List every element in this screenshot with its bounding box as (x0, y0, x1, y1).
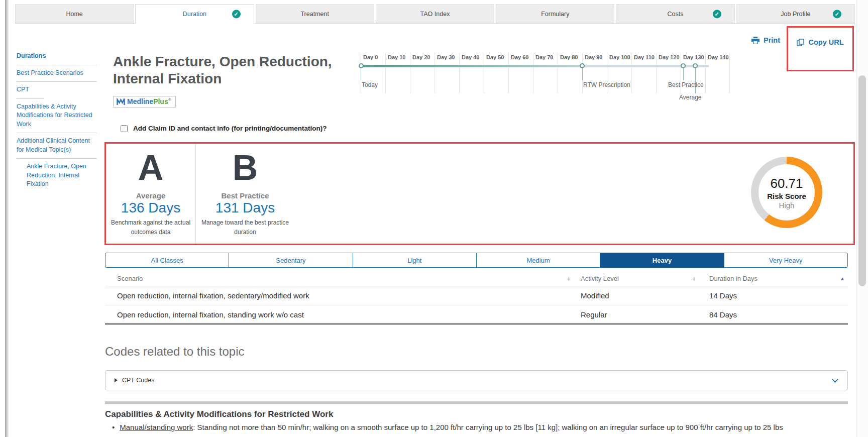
timeline-marker-average[interactable] (693, 63, 698, 68)
timeline-label-best-practice: Best Practice (668, 81, 704, 88)
risk-score-donut-center: 60.71 Risk Score High (758, 164, 815, 221)
copy-url-highlight-box: Copy URL (787, 26, 854, 71)
print-button[interactable]: Print (751, 36, 780, 44)
capabilities-bullet-item: Manual/standing work: Standing not more … (112, 423, 848, 431)
medlineplus-logo-icon (117, 98, 125, 105)
cpt-codes-accordion[interactable]: CPT Codes (105, 370, 848, 390)
timeline-label-average: Average (679, 94, 701, 101)
sidebar-item-additional-clinical-content[interactable]: Additional Clinical Content for Medical … (17, 133, 97, 158)
class-tab-sedentary[interactable]: Sedentary (229, 253, 353, 268)
section-divider (105, 401, 848, 404)
check-circle-icon: ✓ (713, 10, 721, 18)
timeline-tick: Day 30 (435, 53, 459, 93)
table-row[interactable]: Open reduction, internal fixation, seden… (105, 286, 848, 305)
tab-costs[interactable]: Costs ✓ (616, 4, 734, 23)
printer-icon (751, 37, 759, 44)
sort-icon[interactable]: ▴▾ (693, 276, 695, 281)
top-tab-bar: Home Duration ✓ Treatment TAO Index Form… (15, 4, 855, 24)
timeline-tick: Day 40 (459, 53, 484, 93)
sidebar-item-best-practice-scenarios[interactable]: Best Practice Scenarios (17, 65, 97, 82)
print-label: Print (764, 36, 780, 44)
column-header-duration[interactable]: Duration in Days ▲ (700, 275, 848, 282)
timeline-tick: Day 50 (484, 53, 508, 93)
timeline-label-rtw: RTW Prescription (583, 81, 630, 88)
class-tab-heavy[interactable]: Heavy (600, 253, 724, 268)
timeline-tick: Day 20 (410, 53, 435, 93)
risk-score-level: High (779, 201, 795, 209)
tab-label: Duration (183, 11, 206, 18)
sidebar-item-cpt[interactable]: CPT (17, 82, 97, 98)
risk-score-label: Risk Score (767, 192, 806, 200)
timeline-tick: Day 140 (705, 53, 730, 93)
copy-url-button[interactable]: Copy URL (797, 38, 843, 46)
check-circle-icon: ✓ (232, 10, 241, 18)
timeline-dropline (361, 67, 361, 80)
column-header-scenario[interactable]: Scenario ▴▾ (105, 275, 575, 282)
timeline-dropline (683, 67, 684, 80)
timeline-marker-best-practice[interactable] (681, 63, 686, 68)
tab-duration[interactable]: Duration ✓ (135, 4, 254, 24)
class-tab-very-heavy[interactable]: Very Heavy (724, 253, 848, 268)
cell-scenario: Open reduction, internal fixation, seden… (105, 291, 575, 300)
timeline-dropline (582, 67, 583, 80)
timeline-remaining-line (582, 65, 709, 67)
tab-label: Formulary (541, 11, 569, 18)
risk-score-donut: 60.71 Risk Score High (751, 157, 822, 228)
timeline-elapsed-line (361, 65, 582, 67)
sidebar-subitem-ankle-fracture[interactable]: Ankle Fracture, Open Reduction, Internal… (17, 159, 97, 193)
caret-right-icon (115, 378, 118, 382)
cell-duration: 14 Days (700, 291, 848, 300)
sidebar-nav: Durations Best Practice Scenarios CPT Ca… (17, 48, 97, 193)
tab-treatment[interactable]: Treatment (256, 4, 374, 23)
sidebar-item-durations[interactable]: Durations (17, 48, 97, 65)
bullet-term-link[interactable]: Manual/standing work (120, 423, 193, 431)
claim-id-checkbox[interactable] (121, 125, 128, 132)
timeline-tick: Day 60 (508, 53, 533, 93)
tab-label: Home (66, 11, 82, 18)
tab-home[interactable]: Home (15, 4, 134, 23)
timeline-tick: Day 110 (631, 53, 656, 93)
tab-label: Treatment (300, 11, 329, 18)
scrollbar-thumb[interactable] (858, 75, 866, 286)
timeline-dropline (695, 67, 696, 93)
cell-scenario: Open reduction, internal fixation, stand… (105, 310, 575, 319)
page-title: Ankle Fracture, Open Reduction, Internal… (113, 53, 352, 87)
tab-job-profile[interactable]: Job Profile ✓ (736, 4, 855, 23)
claim-id-checkbox-label: Add Claim ID and contact info (for print… (133, 125, 327, 132)
average-letter: A (138, 151, 164, 185)
average-summary: A Average 136 Days Benchmark against the… (106, 144, 195, 244)
tab-label: TAO Index (420, 11, 450, 18)
timeline-tick: Day 10 (385, 53, 410, 93)
column-header-activity-level[interactable]: Activity Level ▴▾ (575, 275, 700, 282)
medlineplus-badge[interactable]: MedlinePlus® (113, 96, 176, 107)
bullet-text: : Standing not more than 50 min/hr; walk… (193, 423, 783, 431)
timeline-tick: Day 70 (533, 53, 558, 93)
table-header-row: Scenario ▴▾ Activity Level ▴▾ Duration i… (105, 271, 848, 286)
sidebar-item-capabilities[interactable]: Capabilities & Activity Modifications fo… (17, 99, 97, 133)
average-caption: Benchmark against the actual outcomes da… (106, 218, 195, 237)
class-tab-light[interactable]: Light (353, 253, 477, 268)
best-practice-label: Best Practice (221, 191, 269, 200)
scrollbar-track[interactable] (856, 0, 868, 437)
chevron-down-icon[interactable] (832, 376, 838, 383)
timeline-marker-today[interactable] (359, 63, 364, 68)
cell-activity-level: Regular (575, 310, 700, 319)
sort-icon[interactable]: ▴▾ (568, 276, 570, 281)
tab-tao-index[interactable]: TAO Index (376, 4, 494, 23)
average-label: Average (136, 191, 166, 200)
tab-label: Job Profile (781, 11, 810, 18)
best-practice-letter: B (233, 151, 258, 185)
left-edge-bar (5, 0, 9, 437)
timeline-tick: Day 80 (558, 53, 582, 93)
tab-formulary[interactable]: Formulary (496, 4, 614, 23)
registered-mark: ® (168, 97, 171, 102)
sort-ascending-icon: ▲ (840, 276, 845, 281)
duration-summary-panel: A Average 136 Days Benchmark against the… (104, 142, 855, 245)
check-circle-icon: ✓ (833, 10, 841, 18)
tab-label: Costs (668, 11, 684, 18)
timeline-marker-rtw[interactable] (580, 63, 585, 68)
class-tab-medium[interactable]: Medium (476, 253, 600, 268)
table-row[interactable]: Open reduction, internal fixation, stand… (105, 305, 848, 324)
class-tab-all-classes[interactable]: All Classes (105, 253, 229, 268)
cell-duration: 84 Days (700, 310, 848, 319)
